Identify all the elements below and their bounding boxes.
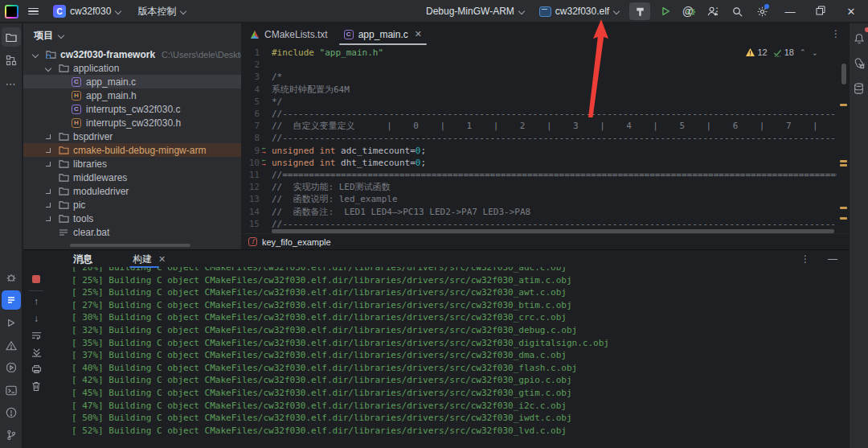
breadcrumb[interactable]: f key_fifo_example (242, 233, 849, 249)
settings-button[interactable] (756, 6, 768, 18)
build-tab[interactable]: 构建 ✕ (128, 250, 170, 268)
previous-message-button[interactable]: ↑ (27, 294, 45, 310)
tree-item[interactable]: application (23, 61, 241, 75)
next-problem-button[interactable]: ⌃ (812, 48, 818, 56)
problems-tool-button[interactable] (2, 335, 21, 355)
warning-stripe-mark[interactable] (840, 164, 847, 166)
database-tool-button[interactable] (850, 79, 868, 98)
restore-button[interactable] (812, 6, 829, 18)
tree-item[interactable]: Happ_main.h (23, 88, 241, 102)
editor-options-button[interactable]: ⋮ (831, 28, 841, 39)
main-menu-button[interactable] (25, 5, 42, 18)
ai-assistant-button[interactable]: @ (682, 5, 694, 18)
tree-item[interactable]: bspdriver (23, 129, 241, 143)
code-line[interactable]: 5*/ (242, 96, 837, 108)
warning-stripe-mark[interactable] (840, 217, 847, 220)
run-tool-button[interactable] (2, 313, 21, 332)
build-output-line: [ 52%] Building C object CMakeFiles/cw32… (72, 425, 845, 438)
code-line[interactable]: 11//====================================… (242, 169, 837, 181)
tree-item[interactable]: cw32f030-frameworkC:\Users\dele\Desktop\… (23, 47, 241, 61)
minimize-button[interactable]: — (781, 6, 799, 18)
project-tree[interactable]: cw32f030-frameworkC:\Users\dele\Desktop\… (23, 47, 241, 239)
code-line[interactable]: 12// 实现功能: LED测试函数 (242, 181, 837, 193)
tree-item[interactable]: middlewares (23, 171, 241, 184)
scroll-to-end-button[interactable] (27, 344, 45, 360)
tree-item[interactable]: Hinterrupts_cw32f030.h (23, 116, 241, 129)
print-button[interactable] (27, 361, 45, 377)
inspections-tool-button[interactable] (2, 403, 21, 422)
code-line[interactable]: 7// 自定义变量定义 | 0 | 1 | 2 | 3 | 4 | 5 | 6 … (242, 120, 837, 132)
code-line[interactable]: 9←→unsigned int adc_timecount=0; (242, 145, 837, 157)
typo-count: 18 (784, 47, 794, 57)
vcs-widget[interactable]: 版本控制 (133, 2, 191, 21)
clion-logo-icon (5, 5, 18, 18)
close-tab-button[interactable]: ✕ (415, 29, 422, 39)
tree-item[interactable]: clear.bat (23, 225, 241, 239)
soft-wrap-button[interactable] (27, 327, 45, 343)
run-button[interactable] (655, 2, 676, 20)
project-tool-button[interactable] (2, 27, 21, 47)
tree-item[interactable]: cmake-build-debug-mingw-arm (23, 143, 241, 157)
project-widget[interactable]: C cw32f030 (48, 2, 126, 20)
play-icon (660, 6, 671, 17)
close-button[interactable]: ✕ (842, 6, 860, 18)
code-line[interactable]: 6//-------------------------------------… (242, 108, 837, 120)
tool-window-title[interactable]: 消息 (73, 253, 92, 266)
git-tool-button[interactable] (2, 425, 21, 445)
ai-assistant-tool-button[interactable] (850, 54, 868, 73)
close-build-tab-button[interactable]: ✕ (158, 254, 166, 265)
notifications-button[interactable] (850, 29, 868, 48)
tree-item[interactable]: libraries (23, 157, 241, 171)
h-file-icon: H (72, 118, 81, 128)
code-line[interactable]: 2 (242, 59, 837, 71)
c-file-icon: C (72, 77, 81, 87)
tree-item[interactable]: Capp_main.c (23, 75, 241, 88)
tree-item[interactable]: Cinterrupts_cw32f030.c (23, 102, 241, 116)
stop-button[interactable] (27, 271, 45, 287)
code-area[interactable]: 1#include "app_main.h"23/*4系统时钟配置为64M5*/… (242, 47, 837, 232)
prev-problem-button[interactable]: ⌃ (800, 48, 806, 56)
tree-item[interactable]: pic (23, 198, 241, 212)
debug-tool-button[interactable] (2, 268, 21, 287)
next-message-button[interactable]: ↓ (27, 310, 45, 327)
code-with-me-button[interactable] (706, 6, 719, 18)
horizontal-scrollbar[interactable] (70, 244, 190, 247)
inspections-widget[interactable]: 12 18 ⌃ ⌃ (746, 47, 818, 57)
code-line[interactable]: 4系统时钟配置为64M (242, 84, 837, 96)
build-tool-button[interactable] (2, 290, 21, 310)
clear-all-button[interactable] (27, 378, 45, 394)
code-line[interactable]: 14// 函数备注: LED1 LED4—>PC13 LED2->PA7 LED… (242, 206, 837, 218)
hide-build-panel-button[interactable]: — (828, 253, 837, 265)
project-panel-header[interactable]: 项目 (23, 23, 241, 47)
terminal-tool-button[interactable] (2, 380, 21, 400)
build-output[interactable]: [ 20%] Building C object CMakeFiles/cw32… (72, 267, 845, 448)
warning-stripe-mark[interactable] (840, 207, 847, 209)
target-selector[interactable]: cw32f030.elf (534, 3, 624, 19)
code-line[interactable]: 3/* (242, 71, 837, 83)
warning-stripe-mark[interactable] (840, 104, 847, 106)
search-everywhere-button[interactable] (731, 6, 743, 18)
code-line[interactable]: 15//------------------------------------… (242, 218, 837, 230)
bell-icon (854, 33, 865, 44)
build-panel-options-button[interactable]: ⋮ (800, 253, 810, 265)
tree-item[interactable]: tools (23, 212, 241, 225)
tab-app-main-c[interactable]: C app_main.c ✕ (336, 23, 430, 45)
code-line[interactable]: 8//-------------------------------------… (242, 132, 837, 144)
services-tool-button[interactable] (2, 358, 21, 377)
code-line[interactable]: 10←→unsigned int dht_timecount=0; (242, 157, 837, 169)
project-panel: 项目 cw32f030-frameworkC:\Users\dele\Deskt… (23, 23, 241, 249)
code-line[interactable]: 13// 函数说明: led_example (242, 193, 837, 205)
vertical-scrollbar[interactable] (841, 64, 846, 84)
project-panel-title: 项目 (34, 29, 53, 43)
structure-tool-button[interactable] (2, 51, 21, 70)
run-configuration-selector[interactable]: Debug-MinGW-ARM (421, 3, 530, 19)
warning-icon (746, 48, 755, 56)
build-button[interactable] (629, 2, 650, 20)
tree-item[interactable]: moduledriver (23, 184, 241, 198)
tab-cmakelists[interactable]: CMakeLists.txt (242, 23, 336, 45)
add-user-icon (706, 6, 719, 18)
warning-stripe-mark[interactable] (840, 160, 847, 162)
build-output-line: [ 37%] Building C object CMakeFiles/cw32… (72, 349, 845, 362)
folder-icon (59, 159, 69, 168)
more-tool-windows-button[interactable]: ⋯ (2, 74, 21, 93)
